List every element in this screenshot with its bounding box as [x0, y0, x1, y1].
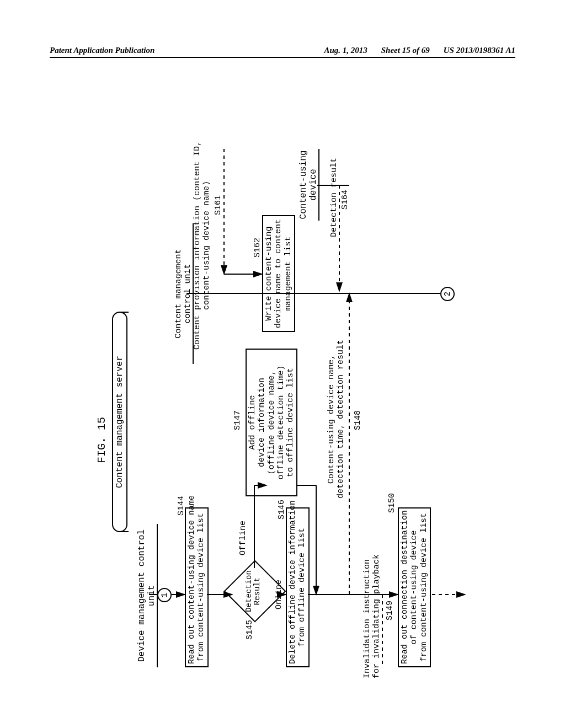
figure-rotated: FIG. 15 Content management server Device…	[90, 94, 476, 673]
page-header: Patent Application Publication Aug. 1, 2…	[50, 46, 515, 58]
step-s164-text: Detection result	[330, 153, 339, 242]
step-s164-label: S164	[341, 190, 350, 210]
header-left: Patent Application Publication	[50, 46, 154, 55]
step-s147-label: S147	[233, 410, 243, 430]
step-s145-text: Detection Result	[245, 564, 262, 619]
step-s162-label: S162	[253, 238, 263, 258]
connector-1: 1	[157, 588, 172, 602]
step-s144-box: Read out content-using device name from …	[185, 507, 209, 667]
figure-container: FIG. 15 Content management server Device…	[0, 190, 565, 576]
lane-content-mgmt: Content management control unit	[174, 223, 194, 364]
lane-content-using-device: Content-using device	[299, 149, 319, 221]
step-s149-label: S149	[386, 601, 395, 620]
step-s150-label: S150	[388, 493, 397, 513]
lane-device-mgmt: Device management control unit	[137, 524, 158, 667]
step-s147-box: Add offline device information (offline …	[246, 349, 297, 496]
header-date: Aug. 1, 2013	[324, 46, 367, 55]
step-s145-decision: Detection Result	[233, 569, 277, 613]
step-s146-box: Delete offline device information from o…	[286, 507, 310, 667]
header-sheet: Sheet 15 of 69	[381, 46, 430, 55]
connector-2: 2	[440, 287, 455, 301]
step-s162-box: Write content-using device name to conte…	[262, 215, 295, 332]
decision-offline: Offline	[239, 521, 248, 555]
step-s145-label: S145	[246, 620, 255, 640]
step-s148-text: Content-using device name, detection tim…	[327, 339, 345, 499]
step-s146-label: S146	[278, 500, 287, 520]
step-s149-text: Invalidation instruction for invalidatin…	[363, 540, 381, 678]
server-banner: Content management server	[112, 312, 127, 532]
header-right-group: Aug. 1, 2013 Sheet 15 of 69 US 2013/0198…	[324, 46, 515, 55]
decision-online: Online	[275, 580, 284, 609]
step-s144-label: S144	[177, 496, 186, 516]
step-s150-box: Read out connection destination of conte…	[398, 507, 431, 667]
step-s148-label: S148	[354, 410, 363, 430]
figure-label: FIG. 15	[95, 417, 108, 463]
step-s161-label: S161	[214, 195, 223, 215]
header-pubno: US 2013/0198361 A1	[444, 46, 515, 55]
step-s161-text: Content provision information (content I…	[193, 138, 211, 353]
